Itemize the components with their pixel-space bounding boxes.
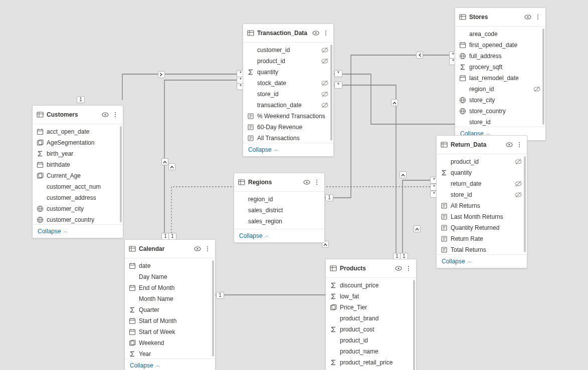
field-row[interactable]: grocery_sqft xyxy=(455,62,545,73)
field-row[interactable]: acct_open_date xyxy=(33,126,123,137)
field-row[interactable]: return_date xyxy=(437,178,527,189)
table-stores[interactable]: Storesarea_codefirst_opened_datefull_add… xyxy=(455,8,546,141)
visibility-icon[interactable] xyxy=(312,30,319,37)
scrollbar[interactable] xyxy=(330,45,332,141)
field-row[interactable]: product_brand xyxy=(326,313,416,324)
field-row[interactable]: full_address xyxy=(455,51,545,62)
table-header[interactable]: Regions xyxy=(234,173,324,192)
table-return_data[interactable]: Return_Dataproduct_idquantityreturn_date… xyxy=(436,135,527,268)
field-row[interactable]: customer_id xyxy=(243,45,333,56)
table-header[interactable]: Customers xyxy=(33,106,123,124)
field-row[interactable]: All Returns xyxy=(437,200,527,211)
collapse-button[interactable]: Collapse︿ xyxy=(38,228,68,235)
field-row[interactable]: birth_year xyxy=(33,148,123,159)
field-row[interactable]: area_code xyxy=(455,29,545,40)
field-row[interactable]: quantity xyxy=(437,167,527,178)
field-row[interactable]: store_id xyxy=(455,117,545,127)
field-row[interactable]: Total Returns xyxy=(437,244,527,254)
field-row[interactable]: transaction_date xyxy=(243,100,333,111)
collapse-button[interactable]: Collapse︿ xyxy=(239,232,270,239)
field-row[interactable]: customer_city xyxy=(33,203,123,214)
field-row[interactable]: product_id xyxy=(437,156,527,167)
field-row[interactable]: product_id xyxy=(326,335,416,346)
field-row[interactable]: product_retail_price xyxy=(326,357,416,368)
table-regions[interactable]: Regionsregion_idsales_districtsales_regi… xyxy=(234,173,325,243)
scrollbar[interactable] xyxy=(413,280,415,370)
field-row[interactable]: store_id xyxy=(243,89,333,100)
scrollbar[interactable] xyxy=(120,126,122,222)
scrollbar[interactable] xyxy=(542,29,544,125)
field-row[interactable]: Year xyxy=(125,348,215,358)
field-row[interactable]: customer_address xyxy=(33,192,123,203)
table-transaction[interactable]: Transaction_Datacustomer_idproduct_idqua… xyxy=(243,24,334,157)
field-row[interactable]: Last Month Returns xyxy=(437,211,527,222)
scrollbar[interactable] xyxy=(524,156,526,252)
field-row[interactable]: region_id xyxy=(455,84,545,95)
visibility-icon[interactable] xyxy=(524,14,531,21)
field-row[interactable]: Weekend xyxy=(125,337,215,348)
field-row[interactable]: Day Name xyxy=(125,271,215,282)
field-row[interactable]: first_opened_date xyxy=(455,40,545,51)
more-options-icon[interactable] xyxy=(112,111,119,118)
field-label: area_code xyxy=(469,30,540,39)
field-row[interactable]: birthdate xyxy=(33,159,123,170)
field-row[interactable]: store_city xyxy=(455,95,545,106)
more-options-icon[interactable] xyxy=(322,30,329,37)
field-row[interactable]: Start of Month xyxy=(125,315,215,326)
field-row[interactable]: Start of Week xyxy=(125,326,215,337)
field-row[interactable]: product_id xyxy=(243,56,333,67)
field-row[interactable]: stock_date xyxy=(243,78,333,89)
table-header[interactable]: Calendar xyxy=(125,240,215,258)
field-row[interactable]: store_country xyxy=(455,106,545,117)
field-row[interactable]: sales_district xyxy=(234,205,324,216)
field-row[interactable]: End of Month xyxy=(125,282,215,293)
field-row[interactable]: last_remodel_date xyxy=(455,73,545,84)
visibility-icon[interactable] xyxy=(102,111,109,118)
table-products[interactable]: Productsdiscount_pricelow_fatPrice_Tierp… xyxy=(325,259,417,370)
field-row[interactable]: % Weekend Transactions xyxy=(243,111,333,122)
table-calendar[interactable]: CalendardateDay NameEnd of MonthMonth Na… xyxy=(124,239,216,370)
field-row[interactable]: date xyxy=(125,260,215,271)
more-options-icon[interactable] xyxy=(516,141,523,148)
more-options-icon[interactable] xyxy=(534,14,541,21)
more-options-icon[interactable] xyxy=(313,179,320,186)
visibility-icon[interactable] xyxy=(506,141,513,148)
field-row[interactable]: Current_Age xyxy=(33,170,123,181)
field-row[interactable]: Quarter xyxy=(125,304,215,315)
visibility-icon[interactable] xyxy=(395,265,402,272)
collapse-button[interactable]: Collapse︿ xyxy=(442,258,472,265)
measure-icon xyxy=(247,135,254,142)
field-row[interactable]: region_id xyxy=(234,194,324,205)
collapse-button[interactable]: Collapse︿ xyxy=(248,146,279,153)
field-row[interactable]: Price_Tier xyxy=(326,302,416,313)
field-row[interactable]: store_id xyxy=(437,189,527,200)
visibility-icon[interactable] xyxy=(303,179,310,186)
table-header[interactable]: Stores xyxy=(455,8,545,27)
table-header[interactable]: Transaction_Data xyxy=(243,24,333,43)
field-row[interactable]: Quantity Returned xyxy=(437,222,527,233)
field-row[interactable]: sales_region xyxy=(234,216,324,227)
table-header[interactable]: Products xyxy=(326,259,416,278)
field-row[interactable]: Month Name xyxy=(125,293,215,304)
field-row[interactable]: AgeSegmentation xyxy=(33,137,123,148)
field-row[interactable]: All Transactions xyxy=(243,133,333,143)
field-row[interactable]: product_name xyxy=(326,346,416,357)
visibility-icon[interactable] xyxy=(194,245,201,252)
measure-icon xyxy=(247,124,254,131)
table-header[interactable]: Return_Data xyxy=(437,136,527,154)
field-row[interactable]: low_fat xyxy=(326,291,416,302)
field-row[interactable]: quantity xyxy=(243,67,333,78)
field-row[interactable]: 60-Day Revenue xyxy=(243,122,333,133)
field-row[interactable]: discount_price xyxy=(326,280,416,291)
more-options-icon[interactable] xyxy=(204,245,211,252)
field-row[interactable]: product_sku xyxy=(326,368,416,370)
field-row[interactable]: Return Rate xyxy=(437,233,527,244)
more-options-icon[interactable] xyxy=(405,265,412,272)
field-row[interactable]: customer_country xyxy=(33,214,123,224)
field-row[interactable]: product_cost xyxy=(326,324,416,335)
collapse-button[interactable]: Collapse︿ xyxy=(130,362,160,369)
field-row[interactable]: customer_acct_num xyxy=(33,181,123,192)
field-label: AgeSegmentation xyxy=(47,138,118,147)
table-customers[interactable]: Customersacct_open_dateAgeSegmentationbi… xyxy=(32,105,123,238)
scrollbar[interactable] xyxy=(212,260,214,356)
